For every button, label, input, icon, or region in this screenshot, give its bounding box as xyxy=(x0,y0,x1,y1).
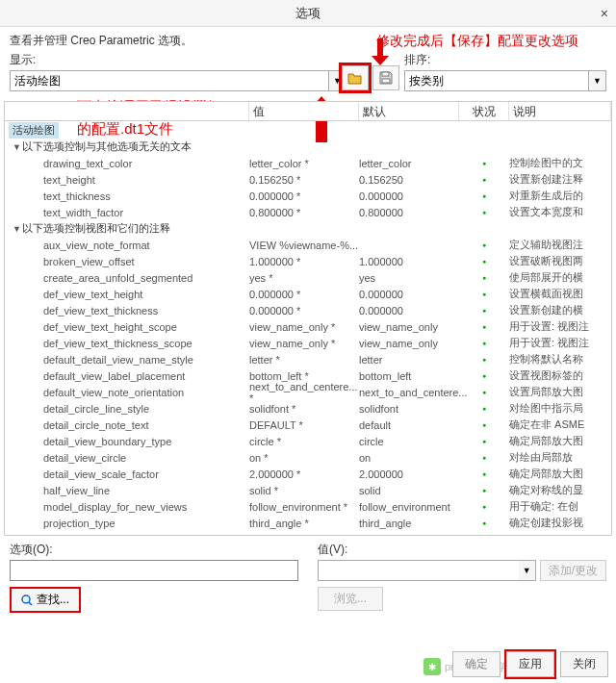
sort-input[interactable] xyxy=(404,70,589,91)
status-dot: ● xyxy=(459,323,509,330)
table-row[interactable]: def_view_text_height0.000000 *0.000000●设… xyxy=(5,286,611,302)
chevron-down-icon[interactable]: ▼ xyxy=(519,560,536,581)
status-dot: ● xyxy=(459,487,509,493)
opt-value: solidfont * xyxy=(249,403,359,415)
opt-default: 2.000000 xyxy=(359,468,459,480)
table-row[interactable]: broken_view_offset1.000000 *1.000000●设置破… xyxy=(5,253,611,269)
opt-default: on xyxy=(359,452,459,464)
table-row[interactable]: def_view_text_thickness_scopeview_name_o… xyxy=(5,335,611,351)
opt-value: next_to_and_centere... * xyxy=(249,381,359,404)
table-row[interactable]: aux_view_note_formatVIEW %viewname-%...●… xyxy=(5,237,611,253)
status-dot: ● xyxy=(459,176,509,183)
table-row[interactable]: default_detail_view_name_styleletter *le… xyxy=(5,351,611,367)
opt-desc: 用于确定: 在创 xyxy=(509,499,611,514)
chevron-down-icon[interactable]: ▼ xyxy=(589,70,606,91)
opt-default: letter xyxy=(359,354,459,366)
status-dot: ● xyxy=(459,372,509,379)
table-row[interactable]: detail_circle_line_stylesolidfont *solid… xyxy=(5,400,611,417)
table-row[interactable]: drawing_text_colorletter_color *letter_c… xyxy=(5,155,611,171)
table-row[interactable]: detail_view_boundary_typecircle *circle●… xyxy=(5,433,611,449)
table-row[interactable]: half_view_linesolid *solid●确定对称线的显 xyxy=(5,482,611,498)
options-grid: 值 默认 状况 说明 活动绘图 ▼以下选项控制与其他选项无关的文本 drawin… xyxy=(4,101,612,536)
table-row[interactable]: detail_circle_note_textDEFAULT *default●… xyxy=(5,417,611,433)
sort-combo[interactable]: ▼ xyxy=(404,70,606,91)
opt-default: view_name_only xyxy=(359,321,459,333)
opt-name: def_view_text_height_scope xyxy=(5,321,249,333)
opt-name: text_thickness xyxy=(5,190,249,202)
opt-default: 0.000000 xyxy=(359,190,459,202)
opt-value: letter * xyxy=(249,354,359,366)
group-row[interactable]: ▼以下选项控制视图和它们的注释 xyxy=(5,220,611,237)
value-label: 值(V): xyxy=(318,542,606,558)
table-row[interactable]: create_area_unfold_segmentedyes *yes●使局部… xyxy=(5,269,611,286)
opt-value: view_name_only * xyxy=(249,321,359,333)
option-input[interactable] xyxy=(10,560,298,581)
combo-row: 显示: ▼ 排序: ▼ xyxy=(0,52,616,95)
opt-value: third_angle * xyxy=(249,518,359,529)
table-row[interactable]: text_height0.156250 *0.156250●设置新创建注释 xyxy=(5,171,611,188)
status-dot: ● xyxy=(459,470,509,477)
opt-default: 0.156250 xyxy=(359,174,459,186)
section-header: 活动绘图 xyxy=(9,122,59,139)
status-dot: ● xyxy=(459,356,509,363)
opt-value: view_name_only * xyxy=(249,338,359,349)
opt-name: detail_circle_note_text xyxy=(5,419,249,431)
display-combo[interactable]: ▼ xyxy=(10,70,346,91)
table-row[interactable]: text_thickness0.000000 *0.000000●对重新生成后的 xyxy=(5,188,611,204)
opt-default: letter_color xyxy=(359,158,459,169)
table-row[interactable]: text_width_factor0.800000 *0.800000●设置文本… xyxy=(5,204,611,220)
opt-desc: 设置新创建的横 xyxy=(509,303,611,317)
opt-value: 2.000000 * xyxy=(249,468,359,480)
opt-default: circle xyxy=(359,436,459,447)
svg-line-3 xyxy=(29,602,32,605)
opt-name: half_view_line xyxy=(5,485,249,496)
find-button[interactable]: 查找... xyxy=(10,587,81,613)
opt-desc: 控制绘图中的文 xyxy=(509,156,611,170)
table-row[interactable]: detail_view_circleon *on●对绘由局部放 xyxy=(5,449,611,466)
table-row[interactable]: detail_view_scale_factor2.000000 *2.0000… xyxy=(5,466,611,482)
status-dot: ● xyxy=(459,209,509,215)
display-input[interactable] xyxy=(10,70,329,91)
value-input[interactable] xyxy=(318,560,519,581)
apply-button[interactable]: 应用 xyxy=(506,651,554,677)
col-default: 默认 xyxy=(359,102,459,120)
opt-desc: 控制将默认名称 xyxy=(509,352,611,367)
group-row[interactable]: ▼以下选项控制与其他选项无关的文本 xyxy=(5,139,611,155)
table-row[interactable]: model_display_for_new_viewsfollow_enviro… xyxy=(5,498,611,515)
table-row[interactable]: default_view_note_orientationnext_to_and… xyxy=(5,384,611,400)
status-dot: ● xyxy=(459,519,509,526)
status-dot: ● xyxy=(459,389,509,395)
collapse-icon[interactable]: ▼ xyxy=(13,224,22,234)
opt-value: yes * xyxy=(249,272,359,284)
table-row[interactable]: def_view_text_height_scopeview_name_only… xyxy=(5,318,611,335)
table-row[interactable]: def_view_text_thickness0.000000 *0.00000… xyxy=(5,302,611,318)
table-row[interactable]: projection_typethird_angle *third_angle●… xyxy=(5,515,611,531)
close-button[interactable]: 关闭 xyxy=(560,651,608,677)
status-dot: ● xyxy=(459,340,509,346)
opt-desc: 设置横截面视图 xyxy=(509,287,611,301)
titlebar: 选项 × xyxy=(0,0,616,27)
option-label: 选项(O): xyxy=(10,542,298,558)
opt-default: 1.000000 xyxy=(359,256,459,267)
close-icon[interactable]: × xyxy=(601,6,608,21)
opt-name: broken_view_offset xyxy=(5,256,249,267)
wechat-icon: ✱ xyxy=(424,658,441,675)
opt-name: detail_circle_line_style xyxy=(5,403,249,415)
collapse-icon[interactable]: ▼ xyxy=(13,142,22,152)
opt-desc: 对绘图中指示局 xyxy=(509,401,611,416)
save-config-button[interactable] xyxy=(372,65,399,90)
opt-desc: 对绘由局部放 xyxy=(509,450,611,465)
opt-name: detail_view_scale_factor xyxy=(5,468,249,480)
subtitle: 查看并管理 Creo Parametric 选项。 xyxy=(10,33,338,50)
opt-default: bottom_left xyxy=(359,370,459,382)
col-value: 值 xyxy=(249,102,359,120)
svg-rect-1 xyxy=(382,79,390,83)
grid-body[interactable]: 活动绘图 ▼以下选项控制与其他选项无关的文本 drawing_text_colo… xyxy=(5,121,611,535)
opt-default: solidfont xyxy=(359,403,459,415)
display-label: 显示: xyxy=(10,52,346,68)
opt-desc: 设置文本宽度和 xyxy=(509,205,611,219)
open-config-button[interactable] xyxy=(342,65,369,90)
grid-header: 值 默认 状况 说明 xyxy=(5,102,611,121)
value-combo[interactable]: ▼ xyxy=(318,560,536,581)
opt-value: solid * xyxy=(249,485,359,496)
